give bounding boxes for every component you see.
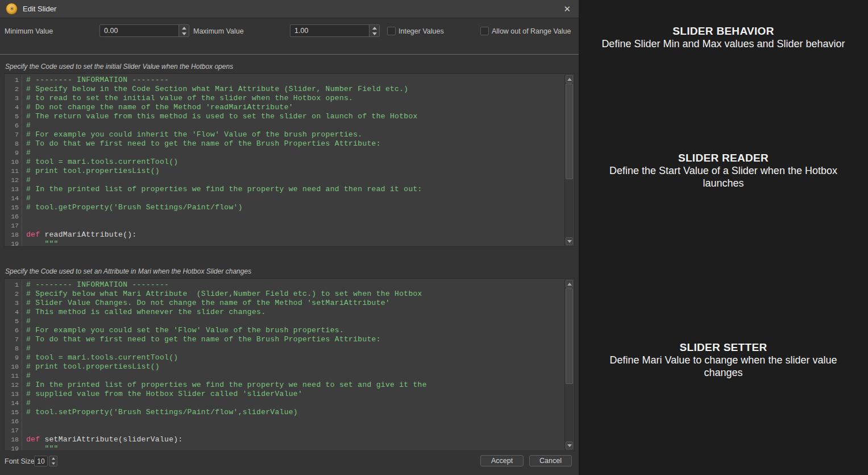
- reader-editor-caption: Specify the Code used to set the initial…: [5, 63, 233, 71]
- info-block-title: SLIDER BEHAVIOR: [590, 25, 857, 38]
- line-number: 16: [5, 417, 22, 426]
- code-text: """: [22, 239, 59, 246]
- scroll-up-button[interactable]: [566, 75, 573, 83]
- scroll-handle[interactable]: [566, 84, 573, 179]
- code-line: 7# To do that we first need to get the n…: [5, 335, 565, 344]
- line-number: 8: [5, 139, 22, 148]
- code-line: 15# tool.getProperty('Brush Settings/Pai…: [5, 203, 565, 212]
- maximum-value-spinner[interactable]: [369, 25, 379, 36]
- code-line: 12#: [5, 176, 565, 185]
- code-text: #: [22, 344, 31, 353]
- font-size-label: Font Size: [5, 457, 35, 465]
- line-number: 11: [5, 167, 22, 176]
- code-line: 10# print tool.propertiesList(): [5, 362, 565, 371]
- minimum-value-input[interactable]: 0.00: [100, 25, 178, 36]
- font-size-field: 10: [34, 456, 57, 466]
- code-text: """: [22, 444, 59, 451]
- spin-up-icon[interactable]: [179, 25, 189, 31]
- code-line: 19 """: [5, 444, 565, 451]
- line-number: 13: [5, 185, 22, 194]
- code-text: # supplied value from the Hotbox Slider …: [22, 390, 302, 399]
- code-text: #: [22, 148, 31, 158]
- code-line: 6# For example you could set the 'Flow' …: [5, 326, 565, 335]
- line-number: 2: [5, 290, 22, 299]
- line-number: 18: [5, 435, 22, 444]
- spin-down-icon[interactable]: [49, 461, 57, 466]
- code-text: # This method is called whenever the sli…: [22, 308, 265, 317]
- integer-values-checkbox[interactable]: [387, 27, 396, 35]
- code-text: # tool.getProperty('Brush Settings/Paint…: [22, 203, 243, 212]
- code-line: 1# -------- INFORMATION --------: [5, 76, 565, 85]
- code-line: 16: [5, 417, 565, 426]
- info-block: SLIDER READERDefine the Start Value of a…: [579, 152, 868, 189]
- line-number: 1: [5, 280, 22, 290]
- code-text: # Specify below what Mari Attribute (Sli…: [22, 290, 422, 299]
- integer-values-label: Integer Values: [398, 27, 444, 35]
- line-number: 9: [5, 148, 22, 158]
- code-text: # Do not change the name of the Method '…: [22, 103, 293, 112]
- allow-out-of-range-label: Allow out of Range Value: [492, 27, 571, 35]
- line-number: 5: [5, 112, 22, 121]
- accept-button[interactable]: Accept: [480, 455, 524, 466]
- code-text: # In the printed list of properties we f…: [22, 381, 427, 390]
- code-line: 15# tool.setProperty('Brush Settings/Pai…: [5, 408, 565, 417]
- cancel-button[interactable]: Cancel: [529, 455, 572, 466]
- line-number: 3: [5, 299, 22, 308]
- scroll-up-button[interactable]: [566, 280, 573, 288]
- code-text: [22, 221, 26, 230]
- code-line: 7# For example you could inherit the 'Fl…: [5, 130, 565, 139]
- reader-scrollbar[interactable]: [564, 75, 574, 246]
- scroll-down-button[interactable]: [566, 441, 573, 449]
- code-text: def setMariAttribute(sliderValue):: [22, 435, 182, 444]
- code-line: 18def setMariAttribute(sliderValue):: [5, 435, 565, 444]
- maximum-value-input[interactable]: 1.00: [290, 25, 369, 36]
- maximum-value-label: Maximum Value: [193, 27, 244, 35]
- minimum-value-spinner[interactable]: [178, 25, 189, 36]
- line-number: 17: [5, 221, 22, 230]
- code-text: # -------- INFORMATION --------: [22, 76, 169, 85]
- mari-app-icon: ✳: [6, 3, 18, 15]
- dialog-titlebar[interactable]: ✳ Edit Slider ✕: [0, 0, 579, 18]
- code-line: 6#: [5, 121, 565, 130]
- code-line: 14#: [5, 194, 565, 203]
- line-number: 18: [5, 230, 22, 239]
- code-text: def readMariAttribute():: [22, 230, 136, 239]
- close-icon[interactable]: ✕: [561, 4, 573, 14]
- line-number: 14: [5, 194, 22, 203]
- code-line: 5#: [5, 317, 565, 326]
- setter-code-editor[interactable]: 1# -------- INFORMATION --------2# Speci…: [4, 278, 575, 451]
- font-size-spinner[interactable]: [49, 456, 57, 466]
- code-line: 16: [5, 212, 565, 221]
- code-line: 10# tool = mari.tools.currentTool(): [5, 158, 565, 167]
- code-line: 18def readMariAttribute():: [5, 230, 565, 239]
- setter-code-area[interactable]: 1# -------- INFORMATION --------2# Speci…: [5, 279, 565, 451]
- code-text: [22, 426, 26, 435]
- info-block: SLIDER BEHAVIORDefine Slider Min and Max…: [579, 25, 868, 50]
- line-number: 15: [5, 408, 22, 417]
- spin-down-icon[interactable]: [179, 31, 189, 36]
- line-number: 10: [5, 362, 22, 371]
- spin-up-icon[interactable]: [369, 25, 379, 31]
- code-text: # print tool.propertiesList(): [22, 167, 160, 176]
- allow-out-of-range-checkbox[interactable]: [480, 27, 489, 35]
- reader-code-editor[interactable]: 1# -------- INFORMATION --------2# Speci…: [4, 73, 575, 247]
- line-number: 10: [5, 158, 22, 167]
- scroll-down-button[interactable]: [566, 237, 573, 245]
- code-line: 4# This method is called whenever the sl…: [5, 308, 565, 317]
- code-text: # to read to set the initial value of th…: [22, 94, 353, 103]
- code-line: 14#: [5, 399, 565, 408]
- scroll-handle[interactable]: [566, 288, 573, 384]
- code-text: #: [22, 371, 31, 381]
- spin-down-icon[interactable]: [369, 31, 379, 36]
- minimum-value-field: 0.00: [99, 24, 189, 37]
- code-line: 4# Do not change the name of the Method …: [5, 103, 565, 112]
- mari-star-glyph: ✳: [9, 6, 14, 12]
- minimum-value-label: Minimum Value: [5, 27, 53, 35]
- reader-code-area[interactable]: 1# -------- INFORMATION --------2# Speci…: [5, 74, 565, 246]
- code-line: 8#: [5, 344, 565, 353]
- code-text: # print tool.propertiesList(): [22, 362, 160, 371]
- code-line: 2# Specify below in the Code Section wha…: [5, 85, 565, 94]
- setter-scrollbar[interactable]: [564, 279, 574, 450]
- font-size-input[interactable]: 10: [34, 456, 48, 466]
- spin-up-icon[interactable]: [49, 456, 57, 461]
